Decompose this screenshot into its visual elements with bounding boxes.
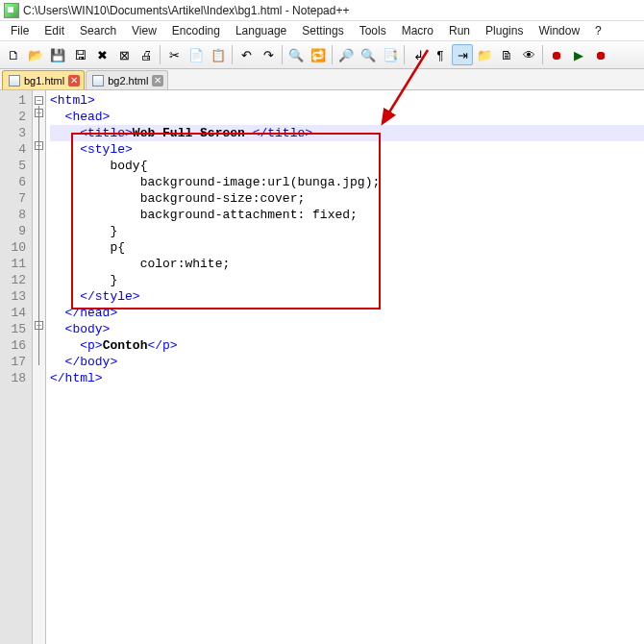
- menu-file[interactable]: File: [4, 22, 36, 39]
- tab-bg1[interactable]: bg1.html ✕: [2, 70, 85, 89]
- code-line[interactable]: color:white;: [50, 256, 644, 272]
- line-number: 16: [0, 337, 26, 354]
- wrap-icon[interactable]: ↲: [408, 44, 429, 65]
- line-number: 15: [0, 321, 26, 337]
- replace-icon[interactable]: 🔁: [308, 44, 329, 65]
- menu-plugins[interactable]: Plugins: [479, 22, 530, 39]
- lang-icon[interactable]: 🗎: [496, 44, 517, 65]
- fold-minus-icon[interactable]: −: [35, 96, 43, 105]
- code-line[interactable]: <html>: [50, 92, 644, 109]
- code-line[interactable]: <style>: [50, 141, 644, 158]
- code-line[interactable]: background-attachment: fixed;: [50, 207, 644, 223]
- menu-run[interactable]: Run: [442, 22, 477, 39]
- line-number: 11: [0, 256, 26, 272]
- menu-edit[interactable]: Edit: [37, 22, 71, 39]
- toolbar-separator: [542, 45, 543, 64]
- code-line[interactable]: <body>: [50, 321, 644, 337]
- code-line[interactable]: </html>: [50, 370, 644, 386]
- line-number: 5: [0, 158, 26, 174]
- paste-icon[interactable]: 📋: [208, 44, 229, 65]
- print-icon[interactable]: 🖨: [136, 44, 157, 65]
- play-icon[interactable]: ▶: [568, 44, 589, 65]
- line-number: 13: [0, 288, 26, 305]
- menu-macro[interactable]: Macro: [395, 22, 440, 39]
- toolbar-separator: [232, 45, 233, 64]
- tab-label: bg1.html: [24, 75, 64, 87]
- code-line[interactable]: <p>Contoh</p>: [50, 337, 644, 354]
- line-number: 6: [0, 174, 26, 190]
- rec2-icon[interactable]: ⏺: [590, 44, 611, 65]
- code-line[interactable]: background-size:cover;: [50, 190, 644, 207]
- editor: 123456789101112131415161718 − − − − <htm…: [0, 90, 644, 644]
- code-line[interactable]: }: [50, 223, 644, 239]
- saveall-icon[interactable]: 🖫: [69, 44, 90, 65]
- new-icon[interactable]: 🗋: [3, 44, 24, 65]
- menu-language[interactable]: Language: [229, 22, 293, 39]
- toolbar-separator: [282, 45, 283, 64]
- file-icon: [9, 75, 20, 87]
- tabbar: bg1.html ✕ bg2.html ✕: [0, 69, 644, 90]
- close-icon[interactable]: ✖: [91, 44, 112, 65]
- monitor-icon[interactable]: 👁: [518, 44, 539, 65]
- code-line[interactable]: p{: [50, 239, 644, 256]
- toolbar-separator: [160, 45, 161, 64]
- tab-close-icon[interactable]: ✕: [68, 75, 80, 87]
- line-number: 4: [0, 141, 26, 158]
- titlebar: C:\Users\WIN10\Documents\Artikel\Index\b…: [0, 0, 644, 21]
- line-number: 17: [0, 354, 26, 370]
- file-icon: [92, 75, 104, 87]
- closeall-icon[interactable]: ⊠: [113, 44, 135, 65]
- menu-search[interactable]: Search: [73, 22, 123, 39]
- menu-settings[interactable]: Settings: [295, 22, 350, 39]
- toolbar-separator: [404, 45, 405, 64]
- line-number: 10: [0, 239, 26, 256]
- zoomout-icon[interactable]: 🔍: [358, 44, 379, 65]
- line-number: 3: [0, 125, 26, 141]
- line-number: 8: [0, 207, 26, 223]
- line-number: 9: [0, 223, 26, 239]
- line-number: 12: [0, 272, 26, 288]
- save-icon[interactable]: 💾: [47, 44, 68, 65]
- line-number: 2: [0, 109, 26, 125]
- line-number-gutter: 123456789101112131415161718: [0, 90, 33, 644]
- toolbar-separator: [332, 45, 333, 64]
- allchars-icon[interactable]: ¶: [430, 44, 451, 65]
- code-line[interactable]: <head>: [50, 109, 644, 125]
- window-title: C:\Users\WIN10\Documents\Artikel\Index\b…: [23, 4, 349, 17]
- menu-view[interactable]: View: [125, 22, 163, 39]
- app-icon: [4, 3, 19, 18]
- open-icon[interactable]: 📂: [25, 44, 46, 65]
- fold-gutter: − − − −: [33, 90, 46, 644]
- code-line[interactable]: background-image:url(bunga.jpg);: [50, 174, 644, 190]
- code-area[interactable]: <html> <head> <title>Web Full Screen </t…: [46, 90, 644, 644]
- menubar: File Edit Search View Encoding Language …: [0, 21, 644, 40]
- tab-bg2[interactable]: bg2.html ✕: [86, 70, 168, 89]
- menu-help[interactable]: ?: [588, 22, 608, 39]
- undo-icon[interactable]: ↶: [235, 44, 257, 65]
- folder-icon[interactable]: 📁: [474, 44, 495, 65]
- code-line[interactable]: }: [50, 272, 644, 288]
- tab-label: bg2.html: [108, 75, 148, 87]
- tab-close-icon[interactable]: ✕: [152, 75, 163, 87]
- line-number: 1: [0, 92, 26, 109]
- menu-tools[interactable]: Tools: [353, 22, 393, 39]
- cut-icon[interactable]: ✂: [163, 44, 185, 65]
- menu-encoding[interactable]: Encoding: [165, 22, 227, 39]
- record-icon[interactable]: ⏺: [546, 44, 567, 65]
- line-number: 7: [0, 190, 26, 207]
- code-line[interactable]: <title>Web Full Screen </title>: [50, 125, 644, 141]
- menu-window[interactable]: Window: [532, 22, 586, 39]
- code-line[interactable]: </head>: [50, 305, 644, 321]
- code-line[interactable]: body{: [50, 158, 644, 174]
- code-line[interactable]: </body>: [50, 354, 644, 370]
- redo-icon[interactable]: ↷: [258, 44, 279, 65]
- toolbar: 🗋 📂 💾 🖫 ✖ ⊠ 🖨 ✂ 📄 📋 ↶ ↷ 🔍 🔁 🔎 🔍 📑 ↲ ¶ ⇥ …: [0, 40, 644, 69]
- zoomin-icon[interactable]: 🔎: [335, 44, 357, 65]
- find-icon[interactable]: 🔍: [285, 44, 307, 65]
- copy-icon[interactable]: 📄: [186, 44, 207, 65]
- sync-icon[interactable]: 📑: [380, 44, 401, 65]
- line-number: 18: [0, 370, 26, 386]
- line-number: 14: [0, 305, 26, 321]
- indent-guide-icon[interactable]: ⇥: [452, 44, 473, 65]
- code-line[interactable]: </style>: [50, 288, 644, 305]
